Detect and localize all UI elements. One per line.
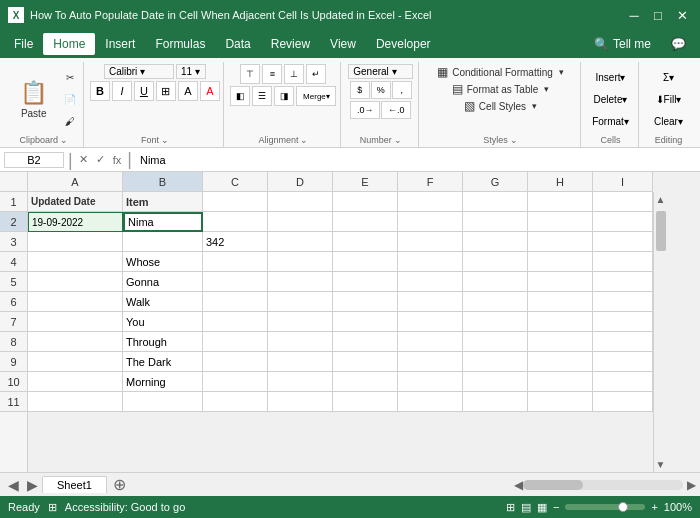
cell-h2[interactable] [528, 212, 593, 232]
cell-h4[interactable] [528, 252, 593, 272]
sheet-nav-prev[interactable]: ◀ [4, 477, 23, 493]
cell-f8[interactable] [398, 332, 463, 352]
cell-h3[interactable] [528, 232, 593, 252]
col-header-h[interactable]: H [528, 172, 593, 192]
col-header-g[interactable]: G [463, 172, 528, 192]
select-all-button[interactable] [0, 172, 28, 192]
delete-cells-button[interactable]: Delete▾ [590, 90, 632, 110]
menu-view[interactable]: View [320, 33, 366, 55]
confirm-formula-icon[interactable]: ✓ [94, 153, 107, 166]
cell-a6[interactable] [28, 292, 123, 312]
cell-d9[interactable] [268, 352, 333, 372]
scroll-left-arrow[interactable]: ◀ [514, 478, 523, 492]
cell-f11[interactable] [398, 392, 463, 412]
col-header-b[interactable]: B [123, 172, 203, 192]
row-header-2[interactable]: 2 [0, 212, 28, 232]
cell-h11[interactable] [528, 392, 593, 412]
cell-h9[interactable] [528, 352, 593, 372]
cell-b4[interactable]: Whose [123, 252, 203, 272]
menu-review[interactable]: Review [261, 33, 320, 55]
cell-e8[interactable] [333, 332, 398, 352]
cell-i9[interactable] [593, 352, 653, 372]
border-button[interactable]: ⊞ [156, 81, 176, 101]
cell-f5[interactable] [398, 272, 463, 292]
cell-h7[interactable] [528, 312, 593, 332]
font-expand-icon[interactable]: ⌄ [161, 135, 169, 145]
merge-cells-button[interactable]: Merge▾ [296, 86, 336, 106]
increase-decimal-button[interactable]: .0→ [350, 101, 380, 119]
cell-a10[interactable] [28, 372, 123, 392]
font-color-button[interactable]: A [200, 81, 220, 101]
cell-g6[interactable] [463, 292, 528, 312]
row-header-3[interactable]: 3 [0, 232, 28, 252]
col-header-a[interactable]: A [28, 172, 123, 192]
cell-a8[interactable] [28, 332, 123, 352]
row-header-1[interactable]: 1 [0, 192, 28, 212]
wrap-text-button[interactable]: ↵ [306, 64, 326, 84]
scroll-up-arrow[interactable]: ▲ [654, 192, 668, 207]
row-header-10[interactable]: 10 [0, 372, 28, 392]
align-left-button[interactable]: ◧ [230, 86, 250, 106]
cell-c11[interactable] [203, 392, 268, 412]
cell-d7[interactable] [268, 312, 333, 332]
cell-h6[interactable] [528, 292, 593, 312]
cell-d5[interactable] [268, 272, 333, 292]
bold-button[interactable]: B [90, 81, 110, 101]
align-right-button[interactable]: ◨ [274, 86, 294, 106]
cell-g9[interactable] [463, 352, 528, 372]
menu-home[interactable]: Home [43, 33, 95, 55]
row-header-11[interactable]: 11 [0, 392, 28, 412]
cell-c4[interactable] [203, 252, 268, 272]
cell-d10[interactable] [268, 372, 333, 392]
cell-c10[interactable] [203, 372, 268, 392]
cell-i10[interactable] [593, 372, 653, 392]
alignment-expand-icon[interactable]: ⌄ [300, 135, 308, 145]
cell-styles-button[interactable]: ▧ Cell Styles ▾ [462, 98, 539, 114]
cell-g7[interactable] [463, 312, 528, 332]
percent-button[interactable]: % [371, 81, 391, 99]
horizontal-scroll-area[interactable]: ◀ ▶ [130, 478, 696, 492]
cell-b1[interactable]: Item [123, 192, 203, 212]
cell-f10[interactable] [398, 372, 463, 392]
cell-a2[interactable]: 19-09-2022 [28, 212, 123, 232]
cell-f1[interactable] [398, 192, 463, 212]
cell-d8[interactable] [268, 332, 333, 352]
copy-button[interactable]: 📄 [61, 90, 79, 110]
align-center-button[interactable]: ☰ [252, 86, 272, 106]
clipboard-expand-icon[interactable]: ⌄ [60, 135, 68, 145]
zoom-thumb[interactable] [618, 502, 628, 512]
cell-f4[interactable] [398, 252, 463, 272]
menu-tell-me[interactable]: 🔍 Tell me [584, 33, 661, 55]
scroll-thumb-vertical[interactable] [656, 211, 666, 251]
cell-g10[interactable] [463, 372, 528, 392]
minimize-button[interactable]: ─ [624, 5, 644, 25]
cell-d6[interactable] [268, 292, 333, 312]
cell-e9[interactable] [333, 352, 398, 372]
menu-formulas[interactable]: Formulas [145, 33, 215, 55]
col-header-i[interactable]: I [593, 172, 653, 192]
col-header-c[interactable]: C [203, 172, 268, 192]
maximize-button[interactable]: □ [648, 5, 668, 25]
format-as-table-button[interactable]: ▤ Format as Table ▾ [450, 81, 552, 97]
cell-c5[interactable] [203, 272, 268, 292]
styles-expand-icon[interactable]: ⌄ [510, 135, 518, 145]
cell-i4[interactable] [593, 252, 653, 272]
autosum-button[interactable]: Σ▾ [659, 68, 678, 88]
cell-c9[interactable] [203, 352, 268, 372]
cell-a11[interactable] [28, 392, 123, 412]
cell-c1[interactable] [203, 192, 268, 212]
cell-c8[interactable] [203, 332, 268, 352]
cell-e10[interactable] [333, 372, 398, 392]
cell-f2[interactable] [398, 212, 463, 232]
zoom-in-button[interactable]: + [651, 501, 657, 513]
cell-h5[interactable] [528, 272, 593, 292]
cell-c2[interactable] [203, 212, 268, 232]
add-sheet-button[interactable]: ⊕ [109, 475, 130, 494]
cell-d1[interactable] [268, 192, 333, 212]
col-header-e[interactable]: E [333, 172, 398, 192]
insert-function-icon[interactable]: fx [111, 154, 124, 166]
cell-e3[interactable] [333, 232, 398, 252]
zoom-out-button[interactable]: − [553, 501, 559, 513]
row-header-6[interactable]: 6 [0, 292, 28, 312]
format-painter-button[interactable]: 🖌 [61, 112, 79, 132]
